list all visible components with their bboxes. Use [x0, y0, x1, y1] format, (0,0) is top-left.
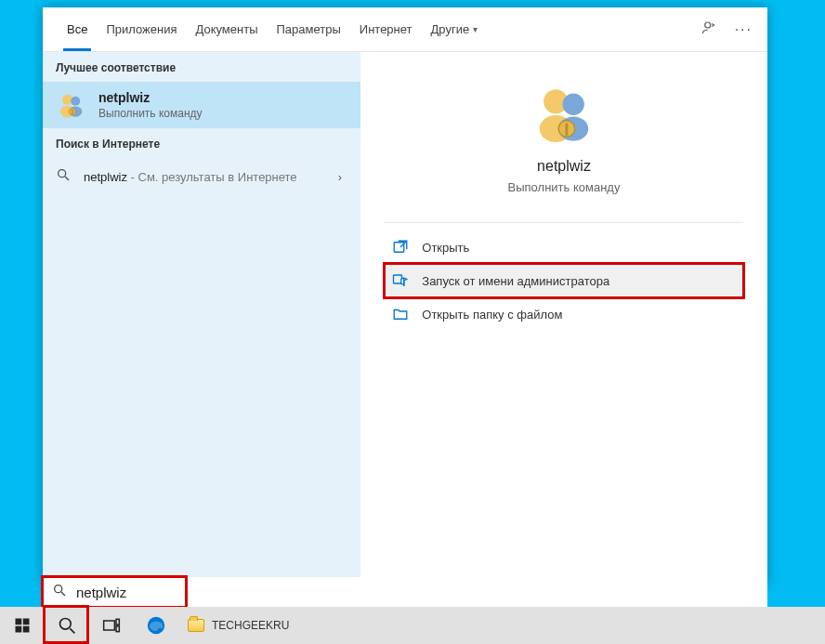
action-run-as-admin[interactable]: Запуск от имени администратора — [385, 264, 742, 297]
open-icon — [392, 239, 409, 256]
taskbar-search-button[interactable] — [45, 607, 89, 644]
tab-all[interactable]: Все — [58, 7, 97, 51]
action-open-location-label: Открыть папку с файлом — [422, 308, 562, 322]
chevron-right-icon: › — [338, 170, 347, 184]
best-match-header: Лучшее соответствие — [43, 52, 360, 82]
chevron-down-icon: ▾ — [473, 24, 478, 34]
preview-column: netplwiz Выполнить команду Открыть — [360, 52, 767, 584]
taskbar-app-label: TECHGEEKRU — [212, 619, 289, 632]
action-open-file-location[interactable]: Открыть папку с файлом — [385, 297, 742, 331]
svg-rect-28 — [116, 619, 119, 624]
action-run-admin-label: Запуск от имени администратора — [422, 274, 609, 288]
svg-rect-23 — [16, 626, 22, 633]
svg-rect-24 — [23, 626, 30, 633]
svg-point-0 — [704, 22, 710, 28]
web-query-text: netplwiz — [84, 170, 127, 184]
more-icon[interactable]: ··· — [735, 21, 753, 38]
tab-other[interactable]: Другие▾ — [422, 7, 488, 51]
svg-rect-27 — [104, 621, 115, 630]
svg-line-26 — [70, 628, 74, 633]
divider — [385, 222, 742, 223]
best-match-result[interactable]: netplwiz Выполнить команду — [43, 82, 360, 128]
search-input[interactable] — [76, 585, 758, 600]
tab-documents[interactable]: Документы — [186, 7, 267, 51]
svg-rect-29 — [116, 626, 119, 632]
netplwiz-icon — [56, 89, 87, 121]
search-icon — [52, 583, 67, 601]
search-input-bar[interactable] — [43, 577, 767, 607]
web-search-header: Поиск в Интернете — [43, 128, 360, 158]
folder-open-icon — [392, 306, 409, 322]
action-open-label: Открыть — [422, 241, 469, 255]
svg-rect-16 — [565, 130, 568, 136]
taskbar-app-explorer[interactable]: TECHGEEKRU — [178, 607, 298, 644]
svg-line-20 — [61, 592, 65, 596]
web-search-result[interactable]: netplwiz - См. результаты в Интернете › — [43, 158, 360, 195]
web-suffix-text: - См. результаты в Интернете — [127, 170, 297, 184]
folder-icon — [188, 619, 204, 632]
tab-settings[interactable]: Параметры — [267, 7, 349, 51]
svg-rect-6 — [72, 110, 72, 112]
svg-point-8 — [59, 170, 66, 177]
svg-point-12 — [563, 94, 584, 115]
search-tabs-row: Все Приложения Документы Параметры Интер… — [43, 7, 767, 52]
action-open[interactable]: Открыть — [385, 230, 742, 264]
svg-rect-17 — [395, 243, 405, 253]
result-title: netplwiz — [98, 90, 347, 105]
start-search-panel: Все Приложения Документы Параметры Интер… — [43, 7, 767, 584]
start-button[interactable] — [0, 607, 45, 644]
preview-subtitle: Выполнить команду — [508, 180, 621, 194]
preview-title: netplwiz — [537, 158, 591, 175]
preview-netplwiz-icon — [531, 80, 596, 145]
feedback-icon[interactable] — [701, 20, 718, 40]
tab-internet[interactable]: Интернет — [350, 7, 422, 51]
task-view-button[interactable] — [89, 607, 134, 644]
svg-rect-21 — [16, 619, 22, 625]
svg-point-19 — [55, 585, 62, 593]
edge-browser-button[interactable] — [134, 607, 178, 644]
svg-rect-15 — [565, 124, 568, 130]
svg-point-3 — [71, 97, 80, 106]
svg-rect-7 — [72, 112, 72, 114]
svg-point-25 — [60, 619, 72, 630]
tab-apps[interactable]: Приложения — [97, 7, 186, 51]
svg-line-9 — [65, 177, 69, 180]
taskbar: TECHGEEKRU — [0, 607, 825, 644]
search-icon — [56, 167, 72, 186]
svg-rect-22 — [23, 619, 30, 625]
result-subtitle: Выполнить команду — [98, 107, 347, 120]
shield-admin-icon — [392, 272, 409, 289]
results-column: Лучшее соответствие netplwiz Вып — [43, 52, 360, 584]
